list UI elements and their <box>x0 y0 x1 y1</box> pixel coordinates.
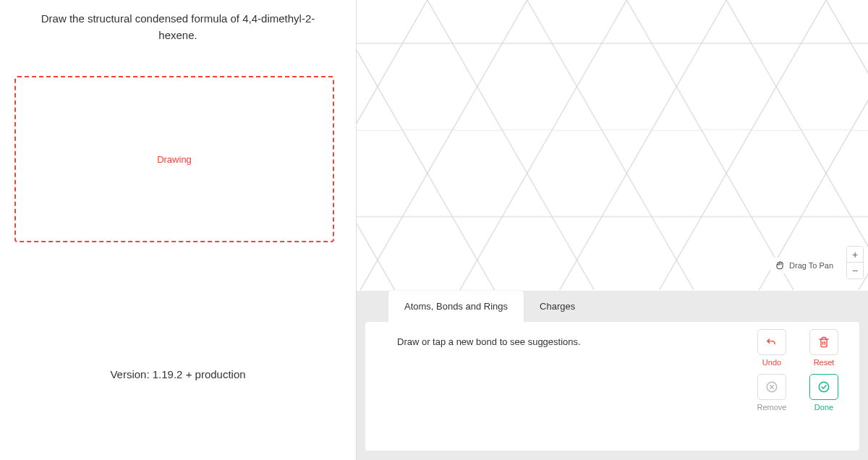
question-panel: Draw the structural condensed formula of… <box>0 0 356 460</box>
zoom-controls: + − <box>846 246 864 279</box>
undo-button[interactable]: Undo <box>749 329 794 367</box>
done-button[interactable]: Done <box>801 374 846 412</box>
drawing-placeholder: Drawing <box>157 154 192 165</box>
remove-icon <box>757 374 786 400</box>
zoom-in-button[interactable]: + <box>847 247 863 263</box>
hex-grid-background <box>357 0 868 290</box>
svg-point-6 <box>819 382 829 392</box>
zoom-out-button[interactable]: − <box>847 263 863 278</box>
undo-icon <box>757 329 786 355</box>
check-icon <box>809 374 838 400</box>
question-prompt: Draw the structural condensed formula of… <box>14 11 341 43</box>
tab-atoms-bonds-rings[interactable]: Atoms, Bonds and Rings <box>388 291 524 322</box>
remove-button[interactable]: Remove <box>749 374 794 412</box>
toolbox-content: Draw or tap a new bond to see suggestion… <box>365 322 859 451</box>
hand-icon <box>775 260 785 271</box>
toolbox-tabs: Atoms, Bonds and Rings Charges <box>357 291 868 322</box>
drawing-drop-area[interactable]: Drawing <box>14 76 334 242</box>
pan-label: Drag To Pan <box>789 261 833 270</box>
version-label: Version: 1.19.2 + production <box>0 368 356 380</box>
pan-control[interactable]: Drag To Pan <box>770 257 838 273</box>
editor-panel: Drag To Pan + − Atoms, Bonds and Rings C… <box>356 0 868 460</box>
reset-button[interactable]: Reset <box>801 329 846 367</box>
reset-label: Reset <box>814 358 835 367</box>
drawing-canvas[interactable]: Drag To Pan + − <box>357 0 868 291</box>
done-label: Done <box>814 403 833 412</box>
svg-rect-0 <box>357 0 868 290</box>
trash-icon <box>809 329 838 355</box>
tab-charges[interactable]: Charges <box>524 291 591 322</box>
action-buttons: Undo Reset <box>749 329 846 412</box>
remove-label: Remove <box>757 403 787 412</box>
toolbox-panel: Atoms, Bonds and Rings Charges Draw or t… <box>357 291 868 460</box>
undo-label: Undo <box>762 358 781 367</box>
